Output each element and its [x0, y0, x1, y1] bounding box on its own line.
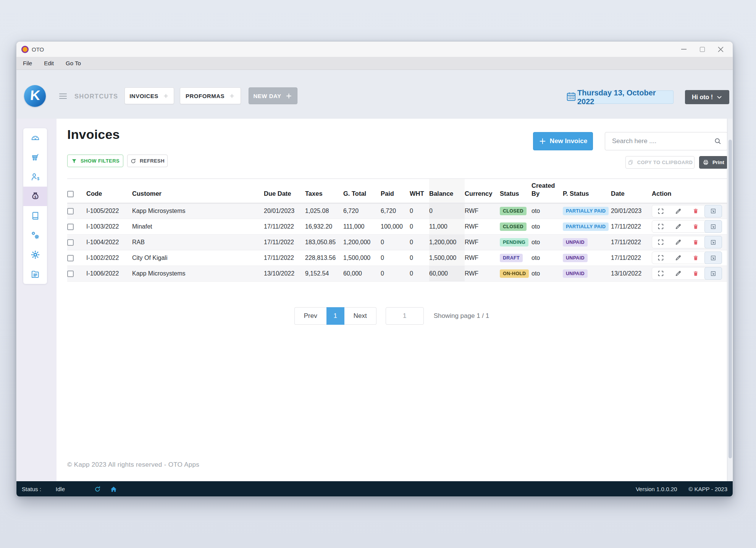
cell-date: 17/11/2022 [611, 250, 652, 266]
expand-button[interactable] [652, 254, 670, 261]
shortcuts-label: SHORTCUTS [74, 93, 118, 100]
sidebar-item-services[interactable] [23, 226, 47, 245]
sidebar-item-documents[interactable] [23, 264, 47, 284]
copy-to-clipboard-button[interactable]: COPY TO CLIPBOARD [625, 156, 695, 169]
refresh-icon [130, 158, 136, 164]
sidebar-item-customers[interactable]: $ [23, 167, 47, 187]
cell-balance: 0 [429, 203, 465, 219]
cell-wht: 0 [410, 266, 429, 281]
export-button[interactable] [704, 205, 722, 218]
table-row: I-1003/2022 Minafet 17/11/2022 16,932.20… [67, 219, 728, 234]
new-invoice-button[interactable]: New Invoice [533, 132, 593, 150]
sidebar-item-dashboard[interactable] [23, 128, 47, 148]
export-button[interactable] [704, 236, 722, 248]
menu-edit[interactable]: Edit [44, 60, 54, 66]
copy-icon [627, 159, 634, 166]
delete-button[interactable] [687, 239, 704, 246]
tab-invoices[interactable]: INVOICES [124, 87, 174, 104]
minimize-button[interactable] [675, 43, 693, 55]
export-button[interactable] [704, 251, 722, 264]
page-number-input[interactable] [386, 307, 424, 325]
sidebar-item-sales[interactable] [23, 148, 47, 167]
header-status: Status [500, 179, 531, 203]
pencil-icon [675, 208, 682, 215]
cell-paid: 100,000 [381, 219, 410, 234]
status-badge: PENDING [500, 238, 528, 247]
expand-icon [657, 270, 664, 277]
next-page-button[interactable]: Next [344, 307, 376, 325]
scrollbar-thumb[interactable] [729, 140, 732, 458]
cell-date: 20/01/2023 [611, 203, 652, 219]
home-icon[interactable] [110, 485, 118, 493]
hamburger-menu-icon[interactable] [59, 93, 67, 99]
expand-icon [657, 239, 664, 246]
row-checkbox[interactable] [67, 271, 74, 277]
vertical-scrollbar[interactable] [727, 119, 733, 481]
select-all-checkbox[interactable] [67, 191, 74, 197]
row-checkbox[interactable] [67, 208, 74, 214]
documents-folder-icon [30, 269, 40, 279]
cell-customer: RAB [132, 234, 264, 250]
expand-button[interactable] [652, 208, 670, 215]
sync-icon[interactable] [94, 485, 101, 493]
titlebar: OTO [16, 42, 733, 57]
delete-button[interactable] [687, 270, 704, 277]
delete-button[interactable] [687, 223, 704, 230]
close-button[interactable] [711, 43, 730, 55]
tab-proformas[interactable]: PROFORMAS [180, 87, 241, 104]
refresh-button[interactable]: REFRESH [127, 155, 168, 167]
content-area: $ $ [16, 119, 733, 481]
delete-button[interactable] [687, 208, 704, 214]
cell-taxes: 183,050.85 [305, 234, 343, 250]
new-day-button[interactable]: NEW DAY [249, 87, 297, 104]
edit-button[interactable] [670, 270, 687, 277]
menu-goto[interactable]: Go To [66, 60, 81, 66]
show-filters-button[interactable]: SHOW FILTERS [67, 155, 123, 167]
row-checkbox[interactable] [67, 255, 74, 261]
cell-created-by: oto [531, 219, 563, 234]
export-arrow-icon [710, 208, 717, 214]
current-date-chip[interactable]: Thursday 13, October 2022 [577, 90, 674, 104]
print-button[interactable]: Print [699, 156, 728, 169]
expand-button[interactable] [652, 223, 670, 230]
copyright-note: © Kapp 2023 All rights reserved - OTO Ap… [67, 461, 199, 469]
cell-taxes: 1,025.08 [305, 203, 343, 219]
status-badge: DRAFT [500, 254, 523, 262]
edit-button[interactable] [670, 208, 687, 215]
row-actions [652, 205, 722, 218]
calendar-icon[interactable] [566, 91, 577, 102]
edit-button[interactable] [670, 239, 687, 246]
prev-page-button[interactable]: Prev [294, 307, 326, 325]
minimize-icon [681, 49, 687, 50]
table-row: I-1005/2022 Kapp Microsystems 20/01/2023… [67, 203, 728, 219]
menu-file[interactable]: File [23, 60, 32, 66]
edit-button[interactable] [670, 223, 687, 230]
current-page-button[interactable]: 1 [326, 307, 344, 325]
search-input[interactable] [612, 137, 714, 145]
table-row: I-1002/2022 City Of Kigali 17/11/2022 22… [67, 250, 728, 266]
search-icon[interactable] [714, 137, 722, 145]
invoice-table-body: I-1005/2022 Kapp Microsystems 20/01/2023… [67, 203, 728, 281]
edit-button[interactable] [670, 254, 687, 261]
row-checkbox[interactable] [67, 224, 74, 230]
sidebar-item-settings[interactable] [23, 245, 47, 264]
pencil-icon [675, 223, 682, 230]
header-paid: Paid [381, 179, 410, 203]
user-menu-button[interactable]: Hi oto ! [685, 90, 729, 104]
cell-paid: 0 [381, 250, 410, 266]
export-button[interactable] [704, 220, 722, 233]
sidebar-item-invoices[interactable]: $ [23, 187, 47, 206]
cell-due-date: 17/11/2022 [264, 219, 305, 234]
export-button[interactable] [704, 267, 722, 280]
sidebar-item-ledger[interactable] [23, 206, 47, 226]
cell-currency: RWF [465, 234, 500, 250]
svg-text:$: $ [37, 177, 39, 181]
cell-code: I-1004/2022 [86, 234, 132, 250]
delete-button[interactable] [687, 255, 704, 261]
row-actions [652, 236, 722, 248]
row-checkbox[interactable] [67, 239, 74, 246]
cell-date: 17/11/2022 [611, 234, 652, 250]
maximize-button[interactable] [693, 43, 711, 55]
expand-button[interactable] [652, 239, 670, 246]
expand-button[interactable] [652, 270, 670, 277]
